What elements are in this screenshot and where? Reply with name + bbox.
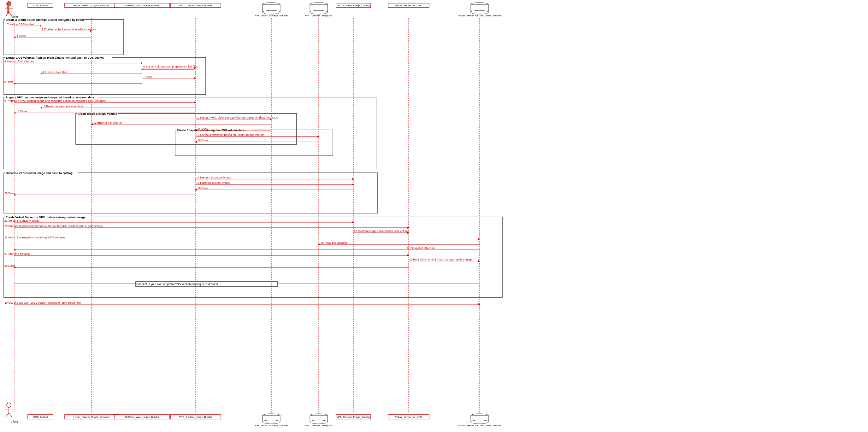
svg-text:28 Boot z/OS on IBM Cloud usin: 28 Boot z/OS on IBM Cloud using snapshot…: [409, 258, 473, 261]
svg-text:VPC_Volume_Snapshot: VPC_Volume_Snapshot: [305, 424, 333, 427]
svg-text:Virtual_Server_for_VPC: Virtual_Server_for_VPC: [395, 4, 422, 7]
svg-text:30 Use the On-prem z/OS versio: 30 Use the On-prem z/OS version running …: [4, 301, 81, 304]
svg-text:OnPrem_Wazi_Image_Builder: OnPrem_Wazi_Image_Builder: [125, 4, 159, 7]
svg-text:Extract z/OS volumes from on-p: Extract z/OS volumes from on-prem data c…: [6, 56, 104, 59]
svg-text:OnPrem_Wazi_Image_Builder: OnPrem_Wazi_Image_Builder: [125, 416, 159, 419]
svg-text:COS_Bucket: COS_Bucket: [33, 416, 48, 419]
sequence-diagram: Create a Cloud Object Storage Bucket enc…: [0, 0, 868, 432]
svg-text:25 Read the snapshot: 25 Read the snapshot: [320, 241, 349, 244]
svg-text:2 Enable content encryption wi: 2 Enable content encryption with a root …: [42, 28, 96, 31]
svg-point-146: [310, 10, 328, 14]
svg-text:VPC_Custom_Image_Builder: VPC_Custom_Image_Builder: [179, 4, 212, 7]
svg-point-154: [471, 10, 489, 14]
svg-point-176: [310, 420, 328, 424]
svg-text:Connect to your own on-prem z/: Connect to your own on-prem z/OS version…: [136, 283, 218, 286]
svg-text:Generate VPC Custom image and : Generate VPC Custom image and push to ca…: [6, 171, 72, 175]
svg-point-172: [262, 420, 280, 424]
svg-marker-86: [352, 184, 354, 186]
svg-marker-124: [478, 303, 480, 305]
svg-text:VPC_Custom_Image_Catalog: VPC_Custom_Image_Catalog: [336, 416, 370, 419]
svg-marker-33: [40, 25, 42, 27]
svg-marker-107: [318, 243, 320, 245]
svg-marker-71: [91, 123, 93, 125]
svg-text:Hyper_Protect_Crypto_Services: Hyper_Protect_Crypto_Services: [73, 4, 110, 7]
svg-text:22 Prepare to provision the Vi: 22 Prepare to provision the Virtual Serv…: [4, 225, 103, 228]
svg-marker-77: [317, 136, 319, 137]
svg-text:20 Done: 20 Done: [4, 192, 15, 195]
svg-point-156: [7, 403, 11, 407]
svg-text:12 Prepare VPC block storage v: 12 Prepare VPC block storage volumes bas…: [196, 116, 278, 119]
svg-text:21 Select the custom image: 21 Select the custom image: [4, 219, 39, 222]
svg-marker-56: [13, 82, 16, 85]
svg-text:VPC_Block_Storage_Volume: VPC_Block_Storage_Volume: [255, 14, 288, 17]
svg-text:Virtual_Server_for_VPC_Data_Vo: Virtual_Server_for_VPC_Data_Volume: [458, 424, 501, 427]
svg-text:18 Push the custom image: 18 Push the custom image: [196, 181, 230, 185]
svg-text:9 Prepare a VPC custom image a: 9 Prepare a VPC custom image and snapsho…: [4, 99, 106, 102]
svg-text:15 Create a snapshot based on : 15 Create a snapshot based on Block Stor…: [196, 133, 265, 137]
svg-text:Virtual_Server_for_VPC: Virtual_Server_for_VPC: [395, 416, 422, 419]
svg-marker-104: [478, 238, 480, 240]
svg-marker-47: [142, 68, 143, 70]
svg-rect-24: [4, 173, 378, 213]
svg-text:3 Done: 3 Done: [17, 34, 26, 37]
svg-marker-80: [195, 141, 197, 143]
svg-rect-27: [4, 217, 502, 297]
svg-marker-83: [352, 178, 354, 180]
svg-text:19 Done: 19 Done: [197, 187, 208, 190]
svg-text:27 Start the instance: 27 Start the instance: [4, 252, 31, 256]
svg-marker-98: [407, 227, 409, 229]
svg-marker-89: [195, 189, 197, 191]
svg-text:7 Done: 7 Done: [143, 75, 152, 78]
svg-text:17 Prepare a custom image: 17 Prepare a custom image: [196, 176, 231, 179]
svg-text:VPC_Block_Storage_Volume: VPC_Block_Storage_Volume: [255, 424, 288, 427]
client-label: Client: [10, 15, 18, 19]
svg-text:16 Done: 16 Done: [197, 139, 208, 142]
svg-text:4 Extract z/OS volumes: 4 Extract z/OS volumes: [4, 60, 34, 63]
svg-text:13 Encrypt the volume: 13 Encrypt the volume: [93, 121, 122, 124]
svg-text:11 Done: 11 Done: [17, 110, 27, 113]
svg-point-184: [471, 420, 489, 424]
svg-text:COS_Bucket: COS_Bucket: [33, 4, 48, 7]
svg-point-186: [7, 2, 11, 6]
svg-text:10 Read the volume files archi: 10 Read the volume files archive: [42, 105, 84, 108]
svg-line-160: [9, 413, 12, 417]
svg-text:5 Extract volumes and prepare : 5 Extract volumes and prepare archive fi…: [143, 65, 198, 68]
section1-title: Create a Cloud Object Storage Bucket enc…: [6, 18, 84, 22]
svg-text:Client: Client: [10, 420, 18, 423]
svg-marker-39: [13, 36, 16, 38]
svg-marker-59: [194, 102, 196, 103]
svg-text:Virtual_Server_for_VPC_Data_Vo: Virtual_Server_for_VPC_Data_Volume: [458, 14, 501, 17]
svg-text:VPC_Custom_Image_Catalog: VPC_Custom_Image_Catalog: [336, 4, 370, 7]
svg-marker-65: [13, 112, 16, 114]
svg-text:6 Push archive files: 6 Push archive files: [42, 71, 67, 74]
svg-text:14 Done: 14 Done: [197, 127, 208, 130]
svg-marker-113: [407, 255, 409, 256]
svg-text:23 Custom image selected has b: 23 Custom image selected has boot volume: [354, 230, 409, 233]
svg-marker-116: [478, 260, 480, 262]
svg-marker-42: [141, 62, 143, 64]
svg-text:1 Create a COS bucket: 1 Create a COS bucket: [4, 23, 34, 26]
svg-text:24 Attach the snapshot contain: 24 Attach the snapshot containing z/OS v…: [4, 236, 66, 239]
svg-text:Hyper_Protect_Crypto_Services: Hyper_Protect_Crypto_Services: [73, 416, 110, 419]
svg-line-159: [6, 413, 9, 417]
svg-marker-53: [194, 77, 196, 79]
svg-text:Prepare VPC custom image and s: Prepare VPC custom image and snapshot ba…: [6, 96, 94, 99]
svg-text:Create Virtual Server for VPC : Create Virtual Server for VPC instance u…: [6, 216, 86, 219]
svg-text:8 Done: 8 Done: [4, 80, 13, 84]
svg-marker-110: [13, 249, 16, 251]
svg-point-142: [262, 10, 280, 14]
svg-text:29 Done: 29 Done: [4, 264, 15, 267]
svg-text:VPC_Custom_Image_Builder: VPC_Custom_Image_Builder: [179, 416, 212, 419]
svg-text:26 Snapshot attached: 26 Snapshot attached: [407, 246, 435, 250]
svg-text:VPC_Volume_Snapshot: VPC_Volume_Snapshot: [305, 14, 333, 17]
svg-marker-95: [352, 221, 354, 223]
